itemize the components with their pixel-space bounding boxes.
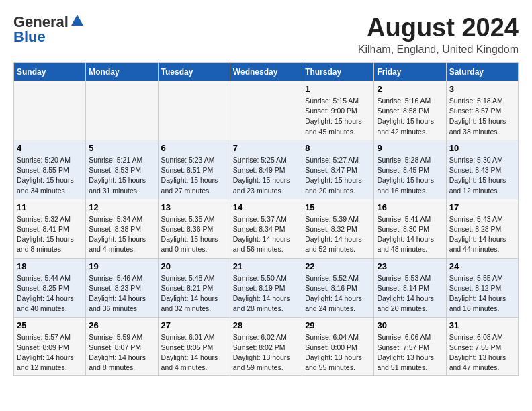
title-block: August 2024 Kilham, England, United King…: [358, 13, 519, 56]
day-info: Sunrise: 5:25 AM Sunset: 8:49 PM Dayligh…: [233, 155, 299, 196]
calendar-cell: 26Sunrise: 5:59 AM Sunset: 8:07 PM Dayli…: [86, 317, 158, 376]
day-info: Sunrise: 5:52 AM Sunset: 8:16 PM Dayligh…: [305, 273, 371, 314]
day-number: 17: [449, 202, 515, 212]
calendar-cell: 7Sunrise: 5:25 AM Sunset: 8:49 PM Daylig…: [230, 140, 302, 199]
calendar-cell: [14, 81, 86, 140]
calendar-cell: 30Sunrise: 6:06 AM Sunset: 7:57 PM Dayli…: [374, 317, 446, 376]
day-number: 2: [377, 84, 443, 94]
day-info: Sunrise: 5:16 AM Sunset: 8:58 PM Dayligh…: [377, 96, 443, 137]
day-number: 24: [449, 261, 515, 271]
day-info: Sunrise: 5:34 AM Sunset: 8:38 PM Dayligh…: [89, 214, 154, 255]
day-info: Sunrise: 5:57 AM Sunset: 8:09 PM Dayligh…: [17, 332, 83, 373]
calendar-cell: 10Sunrise: 5:30 AM Sunset: 8:43 PM Dayli…: [446, 140, 518, 199]
col-header-thursday: Thursday: [302, 63, 374, 81]
calendar-cell: 25Sunrise: 5:57 AM Sunset: 8:09 PM Dayli…: [14, 317, 86, 376]
calendar-cell: 3Sunrise: 5:18 AM Sunset: 8:57 PM Daylig…: [446, 81, 518, 140]
day-number: 5: [89, 143, 154, 153]
day-number: 1: [305, 84, 371, 94]
calendar-cell: 17Sunrise: 5:43 AM Sunset: 8:28 PM Dayli…: [446, 199, 518, 258]
day-number: 12: [89, 202, 154, 212]
logo: General Blue: [13, 13, 85, 46]
day-number: 28: [233, 320, 299, 330]
calendar-cell: 2Sunrise: 5:16 AM Sunset: 8:58 PM Daylig…: [374, 81, 446, 140]
col-header-friday: Friday: [374, 63, 446, 81]
calendar-cell: 8Sunrise: 5:27 AM Sunset: 8:47 PM Daylig…: [302, 140, 374, 199]
day-info: Sunrise: 5:46 AM Sunset: 8:23 PM Dayligh…: [89, 273, 154, 314]
day-number: 21: [233, 261, 299, 271]
day-info: Sunrise: 6:01 AM Sunset: 8:05 PM Dayligh…: [161, 332, 227, 373]
week-row-3: 11Sunrise: 5:32 AM Sunset: 8:41 PM Dayli…: [14, 199, 519, 258]
day-number: 15: [305, 202, 371, 212]
day-number: 8: [305, 143, 371, 153]
col-header-wednesday: Wednesday: [230, 63, 302, 81]
calendar-cell: 29Sunrise: 6:04 AM Sunset: 8:00 PM Dayli…: [302, 317, 374, 376]
day-number: 16: [377, 202, 443, 212]
page-header: General Blue August 2024 Kilham, England…: [13, 13, 519, 56]
day-info: Sunrise: 5:39 AM Sunset: 8:32 PM Dayligh…: [305, 214, 371, 255]
day-number: 10: [449, 143, 515, 153]
logo-triangle-icon: [70, 13, 85, 28]
day-info: Sunrise: 5:30 AM Sunset: 8:43 PM Dayligh…: [449, 155, 515, 196]
day-info: Sunrise: 6:08 AM Sunset: 7:55 PM Dayligh…: [449, 332, 515, 373]
day-info: Sunrise: 5:18 AM Sunset: 8:57 PM Dayligh…: [449, 96, 515, 137]
calendar-cell: 15Sunrise: 5:39 AM Sunset: 8:32 PM Dayli…: [302, 199, 374, 258]
week-row-1: 1Sunrise: 5:15 AM Sunset: 9:00 PM Daylig…: [14, 81, 519, 140]
day-number: 19: [89, 261, 154, 271]
day-number: 27: [161, 320, 227, 330]
day-number: 20: [161, 261, 227, 271]
calendar-cell: 27Sunrise: 6:01 AM Sunset: 8:05 PM Dayli…: [158, 317, 230, 376]
week-row-4: 18Sunrise: 5:44 AM Sunset: 8:25 PM Dayli…: [14, 258, 519, 317]
day-number: 4: [17, 143, 83, 153]
day-info: Sunrise: 5:48 AM Sunset: 8:21 PM Dayligh…: [161, 273, 227, 314]
calendar-cell: 12Sunrise: 5:34 AM Sunset: 8:38 PM Dayli…: [86, 199, 158, 258]
day-info: Sunrise: 5:59 AM Sunset: 8:07 PM Dayligh…: [89, 332, 154, 373]
calendar-cell: 19Sunrise: 5:46 AM Sunset: 8:23 PM Dayli…: [86, 258, 158, 317]
col-header-sunday: Sunday: [14, 63, 86, 81]
day-info: Sunrise: 5:44 AM Sunset: 8:25 PM Dayligh…: [17, 273, 83, 314]
col-header-monday: Monday: [86, 63, 158, 81]
day-info: Sunrise: 6:06 AM Sunset: 7:57 PM Dayligh…: [377, 332, 443, 373]
calendar-cell: 31Sunrise: 6:08 AM Sunset: 7:55 PM Dayli…: [446, 317, 518, 376]
day-number: 18: [17, 261, 83, 271]
day-info: Sunrise: 5:53 AM Sunset: 8:14 PM Dayligh…: [377, 273, 443, 314]
calendar-cell: 28Sunrise: 6:02 AM Sunset: 8:02 PM Dayli…: [230, 317, 302, 376]
calendar-cell: 16Sunrise: 5:41 AM Sunset: 8:30 PM Dayli…: [374, 199, 446, 258]
day-info: Sunrise: 5:28 AM Sunset: 8:45 PM Dayligh…: [377, 155, 443, 196]
calendar-cell: 4Sunrise: 5:20 AM Sunset: 8:55 PM Daylig…: [14, 140, 86, 199]
day-number: 23: [377, 261, 443, 271]
calendar-cell: 22Sunrise: 5:52 AM Sunset: 8:16 PM Dayli…: [302, 258, 374, 317]
day-number: 14: [233, 202, 299, 212]
calendar-cell: [86, 81, 158, 140]
calendar-cell: [158, 81, 230, 140]
calendar-cell: 11Sunrise: 5:32 AM Sunset: 8:41 PM Dayli…: [14, 199, 86, 258]
subtitle: Kilham, England, United Kingdom: [358, 44, 519, 56]
day-number: 30: [377, 320, 443, 330]
calendar-cell: 18Sunrise: 5:44 AM Sunset: 8:25 PM Dayli…: [14, 258, 86, 317]
day-number: 6: [161, 143, 227, 153]
calendar-cell: 21Sunrise: 5:50 AM Sunset: 8:19 PM Dayli…: [230, 258, 302, 317]
day-number: 31: [449, 320, 515, 330]
day-info: Sunrise: 5:15 AM Sunset: 9:00 PM Dayligh…: [305, 96, 371, 137]
day-info: Sunrise: 5:55 AM Sunset: 8:12 PM Dayligh…: [449, 273, 515, 314]
day-info: Sunrise: 5:27 AM Sunset: 8:47 PM Dayligh…: [305, 155, 371, 196]
main-title: August 2024: [358, 13, 519, 42]
day-number: 7: [233, 143, 299, 153]
day-number: 11: [17, 202, 83, 212]
day-info: Sunrise: 5:23 AM Sunset: 8:51 PM Dayligh…: [161, 155, 227, 196]
calendar-cell: 1Sunrise: 5:15 AM Sunset: 9:00 PM Daylig…: [302, 81, 374, 140]
calendar-cell: 14Sunrise: 5:37 AM Sunset: 8:34 PM Dayli…: [230, 199, 302, 258]
week-row-2: 4Sunrise: 5:20 AM Sunset: 8:55 PM Daylig…: [14, 140, 519, 199]
calendar-cell: 23Sunrise: 5:53 AM Sunset: 8:14 PM Dayli…: [374, 258, 446, 317]
logo-blue-text: Blue: [13, 28, 46, 46]
calendar-table: SundayMondayTuesdayWednesdayThursdayFrid…: [13, 62, 519, 376]
day-number: 3: [449, 84, 515, 94]
day-info: Sunrise: 5:43 AM Sunset: 8:28 PM Dayligh…: [449, 214, 515, 255]
calendar-cell: 9Sunrise: 5:28 AM Sunset: 8:45 PM Daylig…: [374, 140, 446, 199]
day-info: Sunrise: 5:50 AM Sunset: 8:19 PM Dayligh…: [233, 273, 299, 314]
col-header-tuesday: Tuesday: [158, 63, 230, 81]
day-number: 26: [89, 320, 154, 330]
calendar-cell: 13Sunrise: 5:35 AM Sunset: 8:36 PM Dayli…: [158, 199, 230, 258]
calendar-cell: 5Sunrise: 5:21 AM Sunset: 8:53 PM Daylig…: [86, 140, 158, 199]
day-info: Sunrise: 5:41 AM Sunset: 8:30 PM Dayligh…: [377, 214, 443, 255]
day-number: 22: [305, 261, 371, 271]
